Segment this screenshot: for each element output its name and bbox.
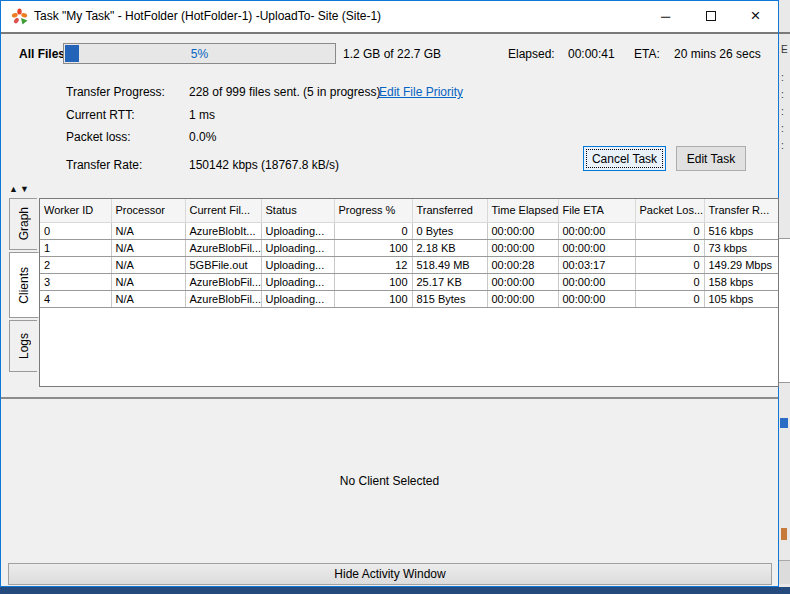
app-icon (11, 8, 28, 25)
transfer-rate-value: 150142 kbps (18767.8 kB/s) (189, 158, 339, 172)
tab-graph[interactable]: Graph (9, 198, 37, 250)
table-cell: 5GBFile.out (185, 256, 261, 273)
table-row[interactable]: 2N/A5GBFile.outUploading...12518.49 MB00… (40, 256, 778, 273)
table-cell: N/A (111, 290, 185, 307)
table-cell: 3 (40, 273, 111, 290)
column-header[interactable]: Progress % (334, 199, 412, 222)
background-window-sliver: E::::: (779, 0, 790, 594)
background-window-text-fragment: : (781, 89, 784, 100)
collapse-up-icon[interactable]: ▲ (9, 184, 20, 194)
background-window-text-fragment: E (781, 44, 788, 55)
table-cell: N/A (111, 273, 185, 290)
background-window-fragment (781, 528, 787, 540)
table-cell: 518.49 MB (412, 256, 487, 273)
eta-value: 20 mins 26 secs (674, 47, 761, 61)
elapsed-label: Elapsed: (508, 47, 555, 61)
workers-table: Worker IDProcessorCurrent Fil...StatusPr… (40, 199, 779, 308)
elapsed-value: 00:00:41 (568, 47, 615, 61)
eta-label: ETA: (634, 47, 660, 61)
packet-loss-value: 0.0% (189, 130, 216, 144)
table-cell: 00:00:00 (487, 290, 558, 307)
column-header[interactable]: Processor (111, 199, 185, 222)
column-header[interactable]: Worker ID (40, 199, 111, 222)
table-cell: 00:00:00 (558, 290, 635, 307)
tab-clients[interactable]: Clients (9, 252, 39, 318)
table-cell: 1 (40, 239, 111, 256)
table-cell: Uploading... (261, 222, 334, 239)
column-header[interactable]: Packet Los... (635, 199, 704, 222)
table-cell: 00:03:17 (558, 256, 635, 273)
table-cell: Uploading... (261, 256, 334, 273)
table-cell: 00:00:00 (558, 239, 635, 256)
table-cell: 815 Bytes (412, 290, 487, 307)
tab-label: Clients (17, 259, 31, 312)
table-cell: 73 kbps (704, 239, 778, 256)
transfer-rate-label: Transfer Rate: (66, 158, 142, 172)
tab-label: Logs (17, 325, 31, 367)
table-cell: 2.18 KB (412, 239, 487, 256)
transfer-progress-value: 228 of 999 files sent. (5 in progress) (189, 85, 380, 99)
cancel-task-button[interactable]: Cancel Task (583, 146, 666, 171)
background-window-text-fragment: : (781, 140, 784, 151)
table-cell: 12 (334, 256, 412, 273)
current-rtt-label: Current RTT: (66, 108, 134, 122)
table-cell: 0 (635, 222, 704, 239)
background-window-text-fragment: : (781, 72, 784, 83)
table-row[interactable]: 1N/AAzureBlobFil...Uploading...1002.18 K… (40, 239, 778, 256)
transferred-size: 1.2 GB of 22.7 GB (343, 47, 441, 61)
table-cell: 0 (40, 222, 111, 239)
background-window-button-fragment (779, 560, 790, 584)
column-header[interactable]: Status (261, 199, 334, 222)
close-icon: × (751, 6, 761, 26)
no-client-selected-text: No Client Selected (1, 474, 778, 488)
current-rtt-value: 1 ms (189, 108, 215, 122)
background-window-table-fragment (779, 238, 790, 383)
column-header[interactable]: File ETA (558, 199, 635, 222)
transfer-progress-label: Transfer Progress: (66, 85, 165, 99)
column-header[interactable]: Transferred (412, 199, 487, 222)
pane-divider[interactable] (1, 397, 778, 399)
table-cell: 00:00:00 (558, 222, 635, 239)
table-row[interactable]: 3N/AAzureBlobFil...Uploading...10025.17 … (40, 273, 778, 290)
table-cell: 0 (635, 290, 704, 307)
background-window-fragment (780, 418, 788, 428)
table-row[interactable]: 4N/AAzureBlobFil...Uploading...100815 By… (40, 290, 778, 307)
table-cell: 00:00:00 (487, 239, 558, 256)
background-bottom-strip (0, 587, 790, 594)
column-header[interactable]: Time Elapsed (487, 199, 558, 222)
table-cell: Uploading... (261, 273, 334, 290)
splitter-collapse-arrows[interactable]: ▲▼ (9, 184, 31, 194)
table-cell: 100 (334, 273, 412, 290)
table-cell: 100 (334, 290, 412, 307)
workers-table-container: Worker IDProcessorCurrent Fil...StatusPr… (39, 198, 779, 387)
table-cell: 149.29 Mbps (704, 256, 778, 273)
minimize-button[interactable]: ─ (643, 1, 688, 31)
table-cell: 2 (40, 256, 111, 273)
table-cell: 0 Bytes (412, 222, 487, 239)
collapse-down-icon[interactable]: ▼ (20, 184, 31, 194)
table-row[interactable]: 0N/AAzureBlobIt...Uploading...00 Bytes00… (40, 222, 778, 239)
tab-label: Graph (17, 199, 31, 248)
task-activity-window: Task "My Task" - HotFolder (HotFolder-1)… (0, 0, 779, 587)
edit-file-priority-link[interactable]: Edit File Priority (379, 85, 463, 99)
column-header[interactable]: Current Fil... (185, 199, 261, 222)
splitter-divider[interactable]: ▲▼ (1, 187, 778, 197)
table-cell: N/A (111, 239, 185, 256)
close-button[interactable]: × (733, 1, 778, 31)
maximize-icon (706, 11, 716, 21)
table-cell: 00:00:00 (558, 273, 635, 290)
tab-logs[interactable]: Logs (9, 320, 37, 372)
packet-loss-label: Packet loss: (66, 130, 131, 144)
table-cell: 0 (635, 239, 704, 256)
all-files-label: All Files (19, 47, 65, 61)
table-cell: 100 (334, 239, 412, 256)
minimize-icon: ─ (661, 9, 670, 24)
progress-percent: 5% (64, 47, 335, 61)
maximize-button[interactable] (688, 1, 733, 31)
background-window-text-fragment: : (781, 123, 784, 134)
table-header-row: Worker IDProcessorCurrent Fil...StatusPr… (40, 199, 778, 222)
edit-task-button[interactable]: Edit Task (676, 146, 746, 171)
titlebar[interactable]: Task "My Task" - HotFolder (HotFolder-1)… (1, 1, 778, 32)
hide-activity-window-button[interactable]: Hide Activity Window (8, 563, 772, 585)
column-header[interactable]: Transfer R... (704, 199, 778, 222)
